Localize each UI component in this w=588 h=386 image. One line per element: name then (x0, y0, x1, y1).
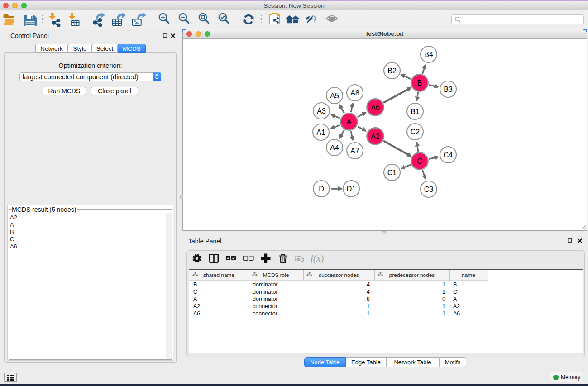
svg-text:A1: A1 (316, 129, 325, 136)
svg-text:A4: A4 (330, 144, 339, 152)
svg-text:A3: A3 (317, 107, 326, 115)
svg-text:A: A (347, 118, 352, 126)
svg-text:A6: A6 (371, 104, 380, 111)
svg-text:C: C (417, 157, 422, 165)
svg-text:B1: B1 (411, 108, 420, 115)
svg-text:B2: B2 (387, 67, 397, 75)
svg-text:C2: C2 (411, 128, 420, 136)
svg-text:B4: B4 (424, 51, 433, 58)
svg-text:A7: A7 (350, 147, 359, 155)
svg-text:B: B (417, 79, 422, 87)
svg-text:A5: A5 (330, 92, 339, 100)
svg-text:D1: D1 (347, 185, 356, 193)
svg-text:D: D (319, 185, 324, 193)
svg-text:C1: C1 (387, 169, 397, 176)
svg-text:A2: A2 (371, 133, 380, 140)
svg-text:C4: C4 (444, 151, 453, 159)
svg-text:A8: A8 (350, 89, 359, 97)
svg-text:B3: B3 (444, 86, 453, 93)
svg-text:C3: C3 (424, 186, 434, 193)
